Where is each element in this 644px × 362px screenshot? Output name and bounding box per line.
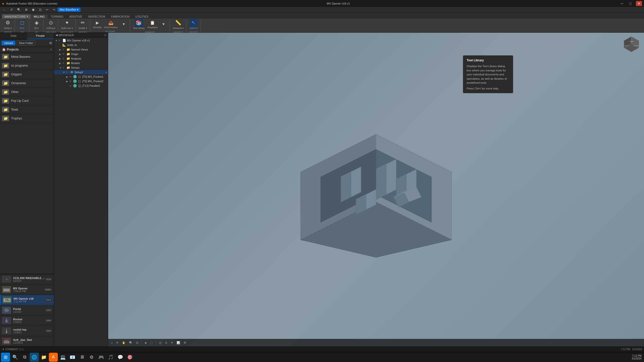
recent-file-3[interactable]: Portal 11/2/22 V2 ▾ — [0, 305, 54, 315]
tree-eye[interactable]: 👁 — [69, 84, 73, 87]
folder-tests[interactable]: 📁 Tests — [0, 105, 54, 114]
view-cube-btn[interactable]: ◈ — [143, 341, 148, 345]
maximize-button[interactable]: □ — [628, 1, 633, 6]
tree-item-setups[interactable]: ▼ 👁 📁 Setups — [54, 65, 108, 70]
analysis-btn[interactable]: 📊 — [175, 341, 181, 345]
tab-people[interactable]: People — [27, 33, 54, 39]
menu-item-search[interactable]: 🔍 — [15, 8, 23, 12]
add-project-icon[interactable]: + — [50, 48, 52, 51]
tree-eye[interactable]: 👁 — [69, 75, 73, 78]
tree-item-units[interactable]: ▶ 📐 Units: in — [54, 43, 108, 47]
zoom-fit-btn[interactable]: ⊡ — [135, 341, 140, 345]
2d-button[interactable]: ◻ 2D ▾ — [17, 18, 27, 30]
tree-eye[interactable]: 👁 — [69, 79, 73, 83]
measure-btn[interactable]: 📏 Measure ▾ — [172, 18, 185, 30]
app-icon-4[interactable]: ⚙ — [87, 353, 96, 362]
menu-item-undo[interactable]: ↩ — [44, 8, 50, 12]
select-btn[interactable]: ↖ Select ▾ — [188, 18, 199, 30]
manage-more-btn[interactable]: ▾ — [159, 20, 168, 28]
template-btn[interactable]: 📋 Templates — [146, 19, 158, 29]
tree-eye[interactable]: 👁 — [62, 57, 66, 60]
tree-eye[interactable]: 👁 — [58, 39, 62, 42]
titlebar-controls[interactable]: ─ □ ✕ — [619, 1, 642, 6]
menu-item-redo[interactable]: ↪ — [51, 8, 57, 12]
setup-button[interactable]: ⚙ Setup ▾ — [3, 18, 13, 30]
new-folder-button[interactable]: New Folder — [17, 40, 35, 46]
ground-btn[interactable]: ⊙ — [164, 341, 169, 345]
upload-button[interactable]: Upload — [2, 41, 15, 45]
pan-btn[interactable]: ✋ — [121, 341, 127, 345]
folder-other[interactable]: 📁 Other — [0, 88, 54, 97]
menu-item-back[interactable]: ← — [1, 8, 8, 12]
orbit-btn[interactable]: ⟳ — [115, 341, 120, 345]
ribbon-tab-fabrication[interactable]: FABRICATION — [108, 15, 133, 19]
menu-item-view2[interactable]: ◫ — [37, 8, 44, 12]
post-btn[interactable]: 📤 Post Process — [103, 19, 119, 29]
folder-origami[interactable]: 📁 Origami — [0, 70, 54, 79]
taskview-icon[interactable]: ⧉ — [20, 353, 29, 362]
app-icon-5[interactable]: 🎮 — [97, 353, 106, 362]
fusion-icon[interactable]: A — [49, 353, 58, 362]
menu-item-grid[interactable]: ⊞ — [23, 8, 29, 12]
toolpath-btn[interactable]: ⚙ — [182, 341, 187, 345]
recent-file-5[interactable]: rocket top 1/18/23 V3 ▾ — [0, 326, 54, 336]
recent-file-0[interactable]: ⚙ #131.000 INDEXABLE GEAR ASSEMB... 12/1… — [0, 274, 54, 285]
ribbon-tab-inspection[interactable]: INSPECTION — [85, 15, 108, 19]
folder-metal-beavers[interactable]: 📁 Metal Beavers — [0, 53, 54, 61]
drilling-button[interactable]: ⊙ Drilling ▾ — [46, 18, 56, 30]
close-button[interactable]: ✕ — [636, 1, 642, 6]
tree-item-setup2[interactable]: ▼ 👁 ⚙ Setup2 ● — [54, 70, 108, 74]
tree-eye[interactable]: 👁 — [62, 52, 66, 56]
tree-eye[interactable]: 👁 — [62, 48, 66, 51]
zoom-btn[interactable]: 🔍 — [128, 341, 134, 345]
3d-button[interactable]: ◈ 3D ▾ — [31, 18, 42, 30]
tree-item-analysis[interactable]: ▶ 👁 📁 Analysis — [54, 56, 108, 61]
tab-data[interactable]: Data — [0, 33, 27, 39]
browser-search-icon[interactable]: ⊙ — [104, 33, 107, 37]
viewcube[interactable]: TOP LEFT FRONT — [621, 35, 641, 55]
tree-item-pocket1[interactable]: ▶ 👁 ◻ [T5] MX_Pocket1 — [54, 74, 108, 79]
app-icon-3[interactable]: 🖥 — [77, 353, 87, 362]
folder-trophys[interactable]: 📁 Trophys — [0, 114, 54, 123]
menu-item-refresh[interactable]: ↺ — [8, 8, 15, 12]
recent-file-4[interactable]: Rocket 1/18/23 V4 ▾ — [0, 315, 54, 326]
recent-file-1[interactable]: MX Opener 7:08:24 PM V18 ▾ — [0, 285, 54, 295]
menu-item-view1[interactable]: ▣ — [30, 8, 36, 12]
recent-file-2[interactable]: MX Opener v18 7:11:44 PM V1 ▾ — [0, 295, 54, 305]
display-mode-btn[interactable]: ◫ — [158, 341, 163, 345]
edge-icon[interactable]: 🌐 — [30, 353, 39, 362]
tree-item-named-views[interactable]: ▶ 👁 📁 Named Views — [54, 47, 108, 52]
tree-eye[interactable]: 👁 — [62, 66, 66, 69]
settings-icon[interactable]: ⚙ — [49, 41, 52, 45]
menu-item-user[interactable]: Max Bareilles ▾ — [58, 8, 80, 12]
recent-file-6[interactable]: Soft_Jaw_Slot 11/29/23 — [0, 336, 54, 346]
home-view-btn[interactable]: ⌂ — [110, 341, 114, 345]
folder-popup-card[interactable]: 📁 Pop Up Card — [0, 97, 54, 105]
app-icon-8[interactable]: 🎯 — [125, 353, 134, 362]
simulate-btn[interactable]: ▶ Simulate — [92, 19, 103, 29]
tree-item-parallel2[interactable]: ▶ 👁 ◫ [T12] Parallel2 — [54, 83, 108, 88]
tree-eye[interactable]: 👁 — [66, 70, 69, 74]
tool-library-btn[interactable]: 📚 Tool Library — [132, 18, 146, 30]
minimize-button[interactable]: ─ — [619, 1, 625, 6]
app-icon-1[interactable]: 💻 — [58, 353, 67, 362]
start-button[interactable]: ⊞ — [1, 353, 10, 362]
perspective-btn[interactable]: ⬚ — [149, 341, 154, 345]
tree-item-origin[interactable]: ▶ 👁 📁 Origin — [54, 52, 108, 56]
tree-item-root[interactable]: ▼ 👁 📄 MX Opener v18 v1 — [54, 38, 108, 43]
app-icon-6[interactable]: 🎵 — [106, 353, 115, 362]
effects-btn[interactable]: ✦ — [170, 341, 174, 345]
collapse-button[interactable]: ◀ — [56, 33, 58, 37]
home-icon[interactable]: 🏠 — [2, 48, 6, 51]
viewport[interactable]: Tool Library Displays the Tool Library d… — [108, 33, 644, 346]
tree-item-models[interactable]: ▶ 👁 📁 Models — [54, 61, 108, 65]
search-icon[interactable]: 🔍 — [11, 353, 20, 362]
tree-eye[interactable]: 👁 — [62, 61, 66, 65]
app-icon-7[interactable]: 💬 — [116, 353, 125, 362]
folder-nc-programs[interactable]: 📁 nc programs — [0, 61, 54, 70]
app-icon-2[interactable]: 📧 — [68, 353, 77, 362]
modify-button[interactable]: ✏ Modify ▾ — [78, 18, 88, 30]
folder-ornaments[interactable]: 📁 Ornaments — [0, 79, 54, 88]
tree-item-pocket2[interactable]: ▶ 👁 ◻ [T5] MX_Pocket2 — [54, 79, 108, 83]
explorer-icon[interactable]: 📁 — [39, 353, 48, 362]
